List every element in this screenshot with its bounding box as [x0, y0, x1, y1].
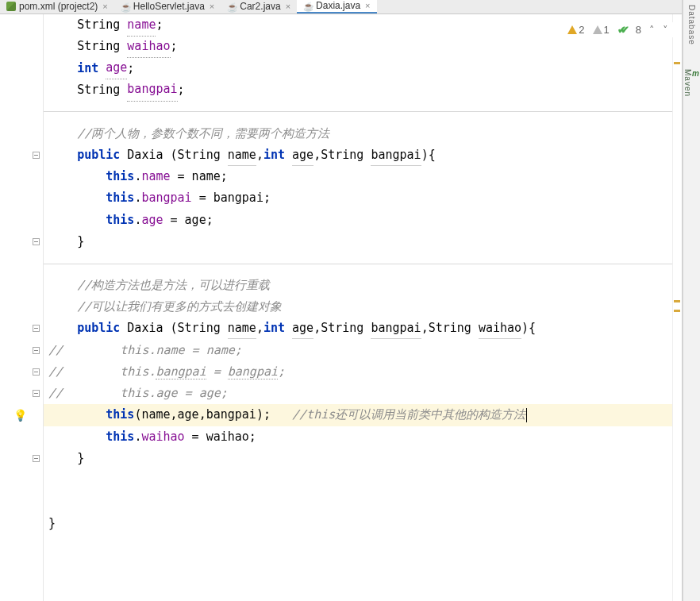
- fold-icon[interactable]: [33, 152, 40, 159]
- tab-label: Daxia.java: [316, 0, 360, 11]
- error-marker-strip[interactable]: [672, 14, 682, 601]
- right-tool-strip: Database mMaven: [683, 0, 700, 601]
- intention-bulb-icon[interactable]: 💡: [13, 409, 27, 422]
- java-file-icon: [227, 2, 237, 11]
- xml-file-icon: [6, 2, 16, 11]
- tab-label: Car2.java: [240, 1, 280, 12]
- java-file-icon: [121, 2, 130, 11]
- weak-warning-count[interactable]: 1: [593, 24, 610, 36]
- tab-pom-xml[interactable]: pom.xml (project2) ×: [0, 0, 114, 13]
- text-caret: [526, 408, 527, 422]
- warning-icon: [567, 25, 577, 34]
- tab-label: pom.xml (project2): [19, 1, 98, 12]
- ok-count[interactable]: 8: [617, 24, 641, 36]
- chevron-down-icon[interactable]: ˅: [663, 24, 668, 36]
- editor-tab-bar: pom.xml (project2) × HelloServlet.java ×…: [0, 0, 682, 14]
- close-icon[interactable]: ×: [286, 2, 290, 11]
- fold-icon[interactable]: [33, 325, 40, 332]
- database-tool-button[interactable]: Database: [687, 5, 696, 45]
- weak-warning-icon: [593, 25, 602, 34]
- chevron-up-icon[interactable]: ˄: [649, 24, 655, 36]
- tab-car2[interactable]: Car2.java ×: [221, 0, 297, 13]
- editor-gutter[interactable]: 💡: [0, 14, 44, 601]
- close-icon[interactable]: ×: [102, 2, 107, 11]
- warning-marker[interactable]: [674, 300, 680, 302]
- close-icon[interactable]: ×: [210, 2, 214, 11]
- maven-tool-button[interactable]: mMaven: [683, 69, 700, 97]
- double-check-icon: [617, 24, 626, 36]
- java-file-icon: [303, 1, 313, 10]
- code-editor[interactable]: 💡 String name; String waihao; int age; S…: [0, 14, 682, 601]
- warning-marker[interactable]: [674, 62, 680, 64]
- fold-icon[interactable]: [33, 347, 40, 354]
- fold-icon[interactable]: [33, 390, 40, 397]
- code-content[interactable]: String name; String waihao; int age; Str…: [44, 14, 672, 601]
- warning-count[interactable]: 2: [567, 24, 584, 36]
- inspection-widget[interactable]: 2 1 8 ˄ ˅: [563, 22, 673, 37]
- tab-helloservlet[interactable]: HelloServlet.java ×: [114, 0, 221, 13]
- tab-label: HelloServlet.java: [133, 1, 205, 12]
- warning-marker[interactable]: [674, 310, 680, 312]
- fold-icon[interactable]: [33, 455, 40, 462]
- fold-icon[interactable]: [33, 238, 40, 245]
- close-icon[interactable]: ×: [365, 1, 370, 10]
- fold-icon[interactable]: [33, 368, 40, 376]
- tab-daxia[interactable]: Daxia.java ×: [297, 0, 376, 13]
